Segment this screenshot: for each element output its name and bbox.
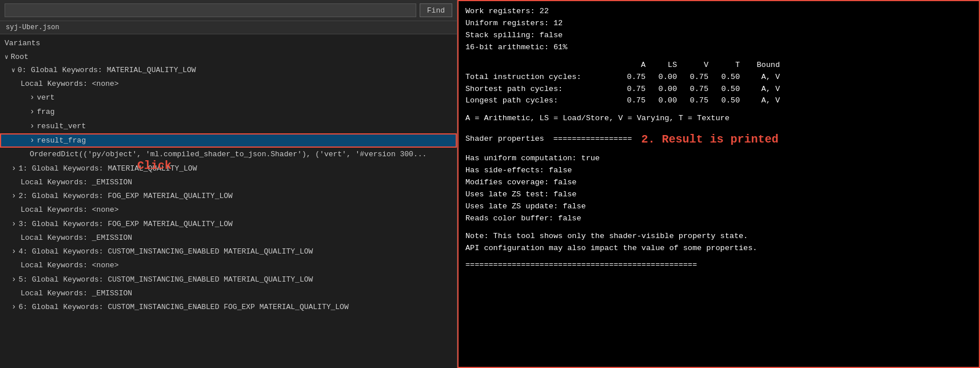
- shader-props-row: Shader properties ================= 2. R…: [465, 130, 972, 148]
- note2: API configuration may also impact the va…: [465, 243, 972, 255]
- tree-item-result-vert[interactable]: result_vert: [0, 119, 457, 133]
- search-input[interactable]: [5, 3, 416, 17]
- output-line2: Uniform registers: 12: [465, 18, 972, 30]
- tree-item-3[interactable]: 3: Global Keywords: FOG_EXP MATERIAL_QUA…: [0, 217, 457, 231]
- tree-item-0[interactable]: 0: Global Keywords: MATERIAL_QUALITY_LOW: [0, 64, 457, 77]
- search-bar: Find: [0, 0, 457, 21]
- note1: Note: This tool shows only the shader-vi…: [465, 231, 972, 243]
- header-a: A: [614, 60, 646, 72]
- stats-table: A LS V T Bound Total instruction cycles:…: [465, 60, 972, 108]
- tree-item-frag[interactable]: frag: [0, 105, 457, 119]
- right-panel: Work registers: 22 Uniform registers: 12…: [457, 0, 980, 368]
- prop-4: Uses late ZS update: false: [465, 201, 972, 213]
- prop-3: Uses late ZS test: false: [465, 189, 972, 201]
- bottom-divider: ========================================…: [465, 259, 972, 271]
- tree-item-root[interactable]: Root: [0, 50, 457, 64]
- left-panel: Find syj-Uber.json Click Variants Root 0…: [0, 0, 457, 368]
- output-line3: Stack spilling: false: [465, 30, 972, 42]
- tree-item-local1: Local Keywords: _EMISSION: [0, 176, 457, 189]
- output-line4: 16-bit arithmetic: 61%: [465, 42, 972, 54]
- tree-item-result-frag[interactable]: result_frag: [0, 133, 457, 148]
- tree-item-local5: Local Keywords: _EMISSION: [0, 287, 457, 300]
- tree-item-vert[interactable]: vert: [0, 90, 457, 105]
- header-v: V: [677, 60, 708, 72]
- shader-props-divider: =================: [553, 133, 632, 145]
- tree-item-local3: Local Keywords: _EMISSION: [0, 231, 457, 245]
- tree-item-6[interactable]: 6: Global Keywords: CUSTOM_INSTANCING_EN…: [0, 300, 457, 314]
- tree-item-local2: Local Keywords: <none>: [0, 203, 457, 217]
- stats-row-shortest: Shortest path cycles: 0.75 0.00 0.75 0.5…: [465, 84, 972, 96]
- find-button[interactable]: Find: [420, 3, 452, 17]
- stats-row-total: Total instruction cycles: 0.75 0.00 0.75…: [465, 72, 972, 84]
- stats-row-longest: Longest path cycles: 0.75 0.00 0.75 0.50…: [465, 95, 972, 107]
- prop-1: Has side-effects: false: [465, 165, 972, 177]
- prop-5: Reads color buffer: false: [465, 213, 972, 225]
- file-tab: syj-Uber.json: [0, 21, 457, 34]
- header-t: T: [708, 60, 740, 72]
- tree-item-ordered-dict[interactable]: OrderedDict(('py/object', 'ml.compiled_s…: [0, 148, 457, 161]
- shader-props-label: Shader properties: [465, 133, 544, 145]
- header-bound: Bound: [740, 60, 780, 72]
- legend: A = Arithmetic, LS = Load/Store, V = Var…: [465, 113, 972, 125]
- tree-item-local0: Local Keywords: <none>: [0, 77, 457, 91]
- prop-2: Modifies coverage: false: [465, 177, 972, 189]
- prop-0: Has uniform computation: true: [465, 153, 972, 165]
- tree-item-2[interactable]: 2: Global Keywords: FOG_EXP MATERIAL_QUA…: [0, 189, 457, 203]
- tree-item-local4: Local Keywords: <none>: [0, 259, 457, 272]
- header-ls: LS: [646, 60, 677, 72]
- tree-item-variants[interactable]: Variants: [0, 37, 457, 50]
- tree-container[interactable]: Click Variants Root 0: Global Keywords: …: [0, 34, 457, 368]
- tree-item-1[interactable]: 1: Global Keywords: MATERIAL_QUALITY_LOW: [0, 161, 457, 176]
- stats-header: A LS V T Bound: [465, 60, 972, 72]
- file-tab-label: syj-Uber.json: [6, 23, 59, 31]
- output-line1: Work registers: 22: [465, 6, 972, 18]
- tree-item-5[interactable]: 5: Global Keywords: CUSTOM_INSTANCING_EN…: [0, 272, 457, 287]
- tree-item-4[interactable]: 4: Global Keywords: CUSTOM_INSTANCING_EN…: [0, 244, 457, 259]
- result-printed-label: 2. Result is printed: [641, 130, 778, 148]
